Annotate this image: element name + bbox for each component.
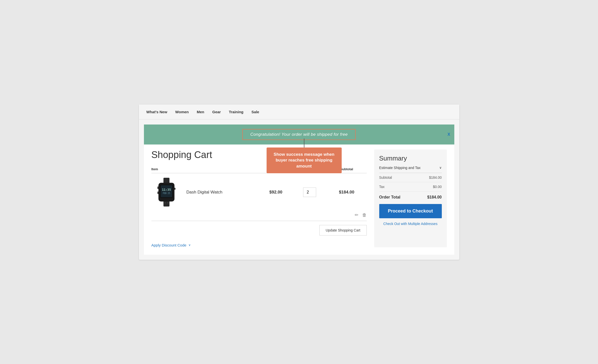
tax-row: Tax $0.00 (379, 182, 442, 192)
product-image: 11:35 FEB 25 (151, 177, 181, 207)
order-total-value: $184.00 (427, 195, 442, 200)
order-total-label: Order Total (379, 195, 401, 200)
col-item: Item (151, 165, 259, 173)
discount-section: Apply Discount Code ∨ (151, 243, 367, 247)
item-action-icons: ✏ 🗑 (327, 211, 367, 221)
nav-item-men[interactable]: Men (197, 110, 204, 114)
tax-value: $0.00 (433, 185, 442, 189)
svg-text:FEB 25: FEB 25 (163, 192, 170, 194)
tax-label: Tax (379, 185, 385, 189)
summary-title: Summary (379, 154, 442, 162)
qty-input[interactable] (303, 188, 316, 197)
nav-item-gear[interactable]: Gear (212, 110, 221, 114)
estimate-label: Estimate Shipping and Tax (379, 166, 421, 170)
update-cart-button[interactable]: Update Shopping Cart (319, 225, 367, 236)
svg-rect-0 (163, 178, 169, 183)
svg-rect-7 (157, 186, 159, 189)
item-qty-cell (293, 173, 327, 211)
tooltip-area: Show success message when buyer reaches … (267, 138, 342, 173)
tooltip-box: Show success message when buyer reaches … (267, 148, 342, 173)
nav-item-whats-new[interactable]: What's New (146, 110, 167, 114)
banner-close-button[interactable]: X (448, 132, 450, 137)
connector-line (304, 138, 304, 148)
estimate-chevron-icon: ∨ (439, 166, 442, 170)
nav-bar: What's New Women Men Gear Training Sale (139, 104, 459, 120)
svg-rect-8 (157, 192, 159, 194)
multi-address-link[interactable]: Check Out with Multiple Addresses (379, 222, 442, 226)
nav-item-training[interactable]: Training (229, 110, 243, 114)
svg-rect-11 (166, 202, 167, 204)
checkout-button[interactable]: Proceed to Checkout (379, 204, 442, 218)
svg-text:11:35: 11:35 (162, 188, 171, 192)
item-subtotal: $184.00 (327, 173, 367, 211)
free-shipping-text: Congratulation! Your order will be shipp… (250, 132, 348, 137)
tooltip-connector: Show success message when buyer reaches … (267, 138, 342, 173)
subtotal-label: Subtotal (379, 176, 392, 180)
item-actions-row: ✏ 🗑 (151, 211, 367, 221)
order-total-row: Order Total $184.00 (379, 192, 442, 204)
delete-icon[interactable]: 🗑 (362, 212, 367, 218)
subtotal-row: Subtotal $184.00 (379, 173, 442, 182)
page-wrapper: What's New Women Men Gear Training Sale … (139, 104, 459, 260)
discount-toggle[interactable]: Apply Discount Code ∨ (151, 243, 367, 247)
nav-item-sale[interactable]: Sale (252, 110, 259, 114)
cart-footer-row: Update Shopping Cart (151, 221, 367, 236)
subtotal-value: $184.00 (429, 176, 442, 180)
nav-item-women[interactable]: Women (175, 110, 189, 114)
item-cell: 11:35 FEB 25 (151, 177, 259, 207)
free-shipping-banner: Congratulation! Your order will be shipp… (144, 124, 454, 144)
cart-sidebar: Summary Estimate Shipping and Tax ∨ Subt… (374, 150, 447, 247)
watch-svg: 11:35 FEB 25 (154, 178, 179, 206)
cart-table: Item Price Qty Subtotal (151, 165, 367, 236)
estimate-shipping-row[interactable]: Estimate Shipping and Tax ∨ (379, 166, 442, 173)
table-row: 11:35 FEB 25 (151, 173, 367, 211)
main-content: Congratulation! Your order will be shipp… (144, 124, 454, 255)
chevron-down-icon: ∨ (188, 243, 191, 247)
product-name: Dash Digital Watch (186, 190, 223, 195)
item-price: $92.00 (259, 173, 293, 211)
discount-label: Apply Discount Code (151, 243, 186, 247)
svg-rect-9 (174, 188, 175, 190)
edit-icon[interactable]: ✏ (355, 212, 358, 218)
